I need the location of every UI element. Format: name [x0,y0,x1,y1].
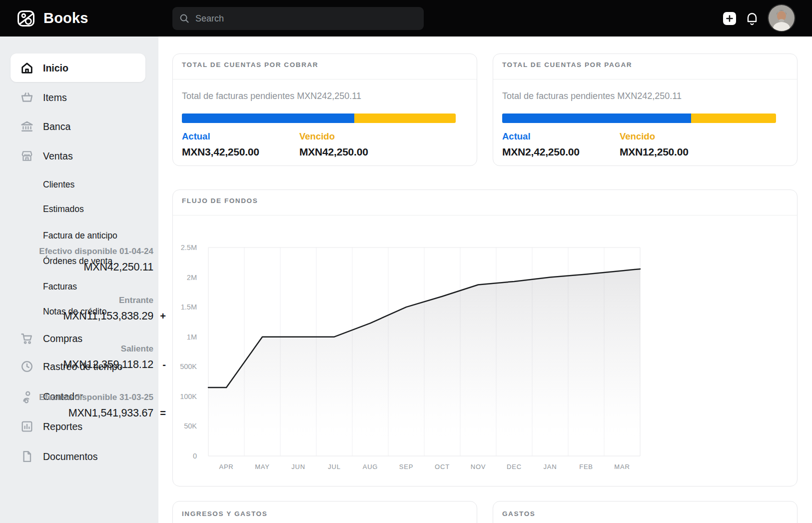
x-axis-month-label: MAY [255,463,270,470]
income-expense-card: INGRESOS Y GASTOS [172,501,477,523]
stat-operator: - [162,359,166,370]
sidebar-item-clientes[interactable]: Clientes [0,174,150,194]
x-axis-month-label: AUG [363,463,378,470]
x-axis-month-label: JUL [328,463,341,470]
stat-operator: + [160,310,166,322]
x-axis-month-label: FEB [579,463,593,470]
y-axis-tick-label: 500K [180,362,197,370]
person-icon [20,390,34,404]
stat-label: Entrante [63,293,153,308]
report-chart-icon [20,420,34,434]
sidebar-item-label: Ventas [43,150,73,162]
expenses-card-title: GASTOS [502,510,535,518]
sidebar-item-label: Inicio [43,62,68,74]
stat-incoming: Entrante MXN11,153,838.29 + [63,293,153,324]
cart-icon [20,332,34,346]
sidebar-item-label: Items [43,92,67,104]
stat-closing-balance: Efectivo disponible 31-03-25 MXN1,541,93… [39,390,153,422]
books-logo-icon [15,7,37,30]
x-axis-month-label: MAR [614,463,630,470]
sidebar-item-label: Banca [43,121,70,132]
payables-current-value: MXN2,42,250.00 [502,146,580,158]
x-axis-month-label: JUN [291,463,305,470]
sidebar-item-banca[interactable]: Banca [0,116,150,136]
y-axis-tick-label: 50K [184,422,197,430]
document-icon [20,450,34,464]
sidebar-item-factura-de-anticipo[interactable]: Factura de anticipo [0,226,150,246]
sidebar: Inicio Items Banca Ventas Clientes Estim… [0,36,158,523]
app-logo[interactable]: Books [15,7,88,30]
receivables-subtitle: Total de facturas pendientes MXN242,250.… [182,91,361,102]
basket-icon [20,90,34,104]
payables-card: TOTAL DE CUENTAS POR PAGAR Total de fact… [493,54,798,166]
topbar: Books [0,0,812,36]
sidebar-item-inicio[interactable]: Inicio [0,58,150,78]
sidebar-item-label: Factura de anticipo [43,230,117,241]
payables-current-segment [502,114,691,123]
payables-progress-bar [502,114,776,123]
receivables-card-title: TOTAL DE CUENTAS POR COBRAR [182,61,318,68]
storefront-icon [20,149,34,163]
stat-operator: = [160,408,166,419]
receivables-overdue-label: Vencido [299,131,335,142]
sidebar-item-label: Reportes [43,421,82,432]
expenses-card: GASTOS [493,501,798,523]
receivables-progress-bar [182,114,456,123]
sidebar-item-label: Clientes [43,180,74,190]
stat-label: Efectivo disponible 01-04-24 [39,244,153,258]
cashflow-card: FLUJO DE FONDOS 050K100K500K1M1.5M2M2.5M… [172,190,798,486]
x-axis-month-label: OCT [435,463,450,470]
bell-icon [746,11,759,26]
stat-label: Efectivo disponible 31-03-25 [39,390,153,404]
home-icon [20,61,34,75]
sidebar-item-items[interactable]: Items [0,88,150,108]
x-axis-month-label: NOV [471,463,486,470]
divider [493,79,797,80]
search-bar[interactable] [172,7,424,30]
x-axis-month-label: APR [219,463,233,470]
notifications-button[interactable] [746,11,759,26]
books-dashboard: Books [0,0,812,523]
y-axis-tick-label: 1M [187,333,197,341]
payables-overdue-value: MXN12,250.00 [620,146,689,158]
sidebar-item-documentos[interactable]: Documentos [0,446,150,466]
payables-card-title: TOTAL DE CUENTAS POR PAGAR [502,61,632,68]
x-axis-month-label: SEP [399,463,413,470]
receivables-card: TOTAL DE CUENTAS POR COBRAR Total de fac… [172,54,477,166]
y-axis-tick-label: 2.5M [181,244,197,252]
stat-label: Saliente [63,342,153,356]
avatar-image [769,5,795,31]
income-expense-card-title: INGRESOS Y GASTOS [182,510,267,518]
sidebar-item-label: Facturas [43,282,77,292]
quick-add-button[interactable] [723,12,736,25]
sidebar-item-label: Documentos [43,451,97,462]
stat-value: MXN12,359,118.12 [63,356,153,373]
receivables-current-label: Actual [182,131,210,142]
search-icon [179,14,189,24]
receivables-overdue-value: MXN42,250.00 [299,146,368,158]
stat-outgoing: Saliente MXN12,359,118.12 - [63,342,153,373]
receivables-current-segment [182,114,354,123]
user-avatar[interactable] [769,5,795,31]
y-axis-tick-label: 100K [180,392,197,400]
x-axis-month-label: JAN [544,463,557,470]
plus-icon [726,15,733,22]
sidebar-item-label: Estimados [43,204,84,214]
payables-overdue-label: Vencido [620,131,655,142]
y-axis-tick-label: 0 [193,452,197,460]
payables-subtitle: Total de facturas pendientes MXN242,250.… [502,91,682,102]
receivables-current-value: MXN3,42,250.00 [182,146,259,158]
stat-value: MXN42,250.11 [39,258,153,276]
y-axis-tick-label: 2M [187,274,197,282]
bank-icon [20,120,34,134]
sidebar-item-ventas[interactable]: Ventas [0,146,150,166]
payables-current-label: Actual [502,131,531,142]
sidebar-item-estimados[interactable]: Estimados [0,199,150,219]
clock-icon [20,360,34,374]
y-axis-tick-label: 1.5M [181,303,197,311]
divider [173,79,477,80]
stat-opening-balance: Efectivo disponible 01-04-24 MXN42,250.1… [39,244,153,276]
stat-value: MXN11,153,838.29 [63,308,153,324]
search-input[interactable] [194,13,417,24]
stat-value: MXN1,541,933.67 [39,404,153,422]
